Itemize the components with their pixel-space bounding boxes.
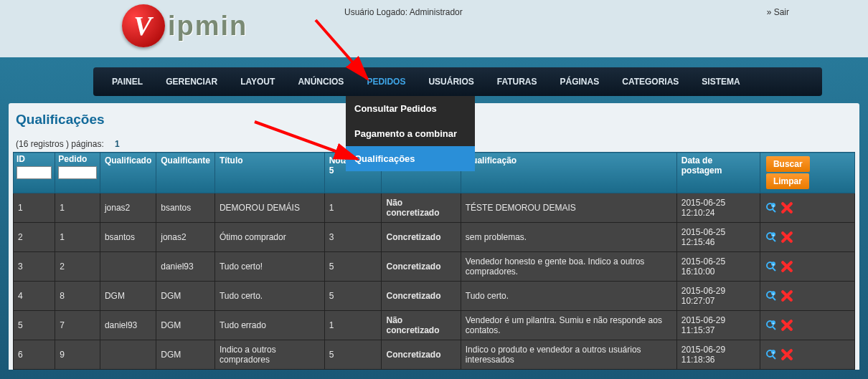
table-row: 11jonas2bsantosDEMOROU DEMÁIS1Não concre…: [14, 193, 855, 223]
cell: Tudo certo.: [461, 282, 676, 311]
search-button[interactable]: Buscar: [766, 156, 810, 172]
view-icon[interactable]: +: [765, 289, 778, 302]
table-row: 57daniel93DGMTudo errado1Não concretizad…: [14, 311, 855, 340]
cell: Concretizado: [382, 282, 461, 311]
clear-button[interactable]: Limpar: [766, 173, 809, 189]
cell: DGM: [156, 282, 215, 311]
nav-item-anúncios[interactable]: ANÚNCIOS: [286, 67, 355, 96]
delete-icon[interactable]: [780, 318, 794, 332]
logout-link[interactable]: » Sair: [767, 7, 789, 17]
delete-icon[interactable]: [780, 259, 794, 274]
cell: 8: [55, 282, 100, 311]
cell: Indico o produto e vendedor a outros usu…: [461, 340, 676, 370]
svg-line-21: [772, 356, 775, 360]
nav-item-faturas[interactable]: FATURAS: [486, 67, 549, 96]
cell: 1: [14, 193, 55, 223]
cell: 5: [14, 311, 55, 340]
logo-text: ipmin: [168, 11, 247, 41]
cell: daniel93: [100, 311, 156, 340]
cell: 2015-06-29 11:18:36: [676, 340, 760, 370]
cell: Tudo certo!: [214, 252, 324, 282]
svg-text:+: +: [772, 292, 774, 296]
delete-icon[interactable]: [780, 347, 794, 362]
cell: DGM: [100, 282, 156, 311]
table-row: 21bsantosjonas2Ótimo comprador3Concretiz…: [14, 223, 855, 252]
cell: daniel93: [156, 252, 215, 282]
view-icon[interactable]: +: [765, 201, 778, 214]
cell: 2015-06-25 16:10:00: [676, 252, 760, 282]
cell: 1: [324, 193, 382, 223]
filter-input-0[interactable]: [16, 166, 52, 179]
svg-text:+: +: [772, 233, 774, 237]
cell: Concretizado: [382, 252, 461, 282]
cell: DEMOROU DEMÁIS: [214, 193, 324, 223]
delete-icon[interactable]: [780, 289, 794, 303]
cell: 6: [14, 340, 55, 370]
top-bar: Vipmin Usuário Logado: Administrador » S…: [0, 0, 868, 57]
cell: 2015-06-29 10:27:07: [676, 282, 760, 311]
nav-item-sistema[interactable]: SISTEMA: [690, 67, 751, 96]
view-icon[interactable]: +: [765, 348, 778, 361]
cell: 5: [324, 282, 382, 311]
col-header-2: Qualificado: [100, 153, 156, 193]
dropdown-item-1[interactable]: Pagamento a combinar: [346, 121, 475, 146]
dropdown-item-2[interactable]: Qualificações: [346, 146, 475, 171]
delete-icon[interactable]: [780, 201, 794, 215]
cell: Não concretizado: [382, 193, 461, 223]
cell: 1: [55, 193, 100, 223]
nav-item-gerenciar[interactable]: GERENCIAR: [154, 67, 229, 96]
delete-icon[interactable]: [780, 230, 794, 244]
nav-item-usuários[interactable]: USUÁRIOS: [417, 67, 485, 96]
cell: Não concretizado: [382, 311, 461, 340]
filter-input-1[interactable]: [58, 166, 97, 179]
nav-item-categorias[interactable]: CATEGORIAS: [610, 67, 690, 96]
pager-label: (16 registros ) páginas:: [16, 139, 104, 149]
cell: Tudo certo.: [214, 282, 324, 311]
cell: Vendedor honesto e gente boa. Indico a o…: [461, 252, 676, 282]
cell: 1: [324, 311, 382, 340]
cell: bsantos: [100, 223, 156, 252]
actions-cell: +: [760, 340, 854, 370]
cell: Vendedor é um pilantra. Sumiu e não resp…: [461, 311, 676, 340]
col-header-0: ID: [14, 153, 55, 193]
svg-text:+: +: [772, 350, 774, 355]
cell: 2015-06-29 11:15:37: [676, 311, 760, 340]
col-header-8: Data de postagem: [676, 153, 760, 193]
cell: 2015-06-25 12:15:46: [676, 223, 760, 252]
table-row: 32daniel93Tudo certo!5ConcretizadoVended…: [14, 252, 855, 282]
cell: [100, 252, 156, 282]
nav-item-painel[interactable]: PAINEL: [100, 67, 154, 96]
cell: 2015-06-25 12:10:24: [676, 193, 760, 223]
qualificacoes-table: IDPedidoQualificadoQualificanteTítuloNot…: [13, 152, 855, 370]
cell: DGM: [156, 340, 215, 370]
cell: DGM: [156, 311, 215, 340]
cell: 5: [324, 340, 382, 370]
logo: Vipmin: [122, 4, 247, 47]
cell: 3: [324, 223, 382, 252]
table-row: 48DGMDGMTudo certo.5ConcretizadoTudo cer…: [14, 282, 855, 311]
view-icon[interactable]: +: [765, 319, 778, 332]
actions-cell: +: [760, 282, 854, 311]
table-row: 69DGMIndico a outros compradores5Concret…: [14, 340, 855, 370]
col-header-3: Qualificante: [156, 153, 215, 193]
nav-item-layout[interactable]: LAYOUT: [229, 67, 286, 96]
col-header-7: Qualificação: [461, 153, 676, 193]
nav-item-pedidos[interactable]: PEDIDOS: [355, 67, 417, 96]
cell: jonas2: [100, 193, 156, 223]
cell: 7: [55, 311, 100, 340]
cell: 5: [324, 252, 382, 282]
cell: Ótimo comprador: [214, 223, 324, 252]
col-header-4: Título: [214, 153, 324, 193]
view-icon[interactable]: +: [765, 260, 778, 273]
pager-current[interactable]: 1: [115, 139, 120, 149]
cell: [100, 340, 156, 370]
col-header-1: Pedido: [55, 153, 100, 193]
dropdown-item-0[interactable]: Consultar Pedidos: [346, 96, 475, 121]
nav-item-páginas[interactable]: PÁGINAS: [549, 67, 611, 96]
actions-cell: +: [760, 193, 854, 223]
svg-line-5: [772, 239, 775, 242]
svg-line-1: [772, 209, 775, 213]
cell: Indico a outros compradores: [214, 340, 324, 370]
svg-text:+: +: [772, 262, 774, 267]
view-icon[interactable]: +: [765, 231, 778, 244]
